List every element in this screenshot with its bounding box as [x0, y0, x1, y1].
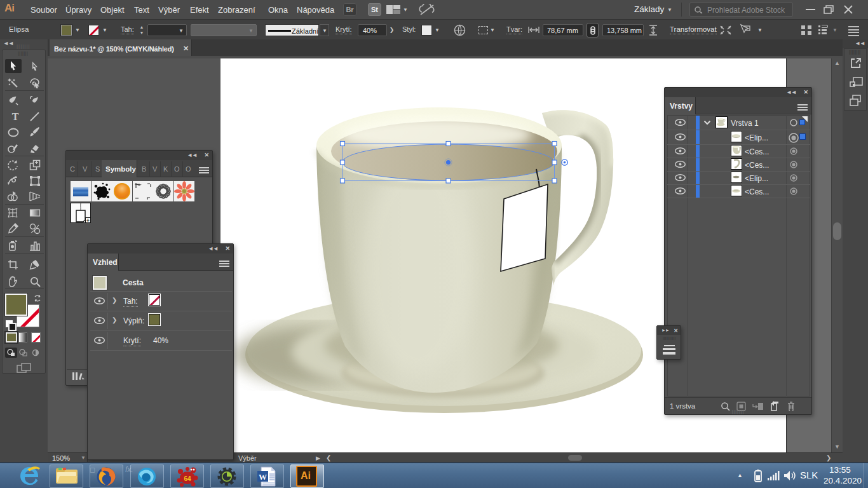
- svg-text:W: W: [259, 472, 267, 482]
- svg-text:64: 64: [184, 475, 191, 482]
